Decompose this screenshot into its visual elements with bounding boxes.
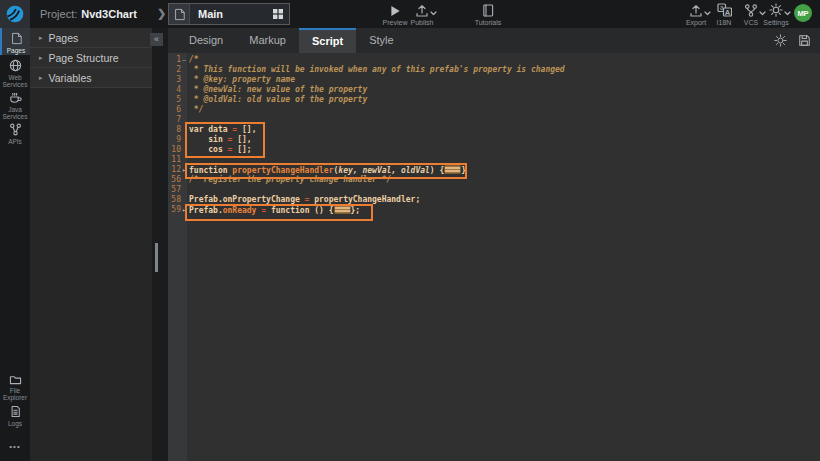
sidebar-item-logs[interactable]: Logs <box>0 403 30 425</box>
panel-scrollbar-thumb[interactable] <box>155 243 158 272</box>
pages-doc-icon <box>11 32 22 45</box>
code-line[interactable]: * @newVal: new value of the property <box>187 85 820 95</box>
panel-section-page-structure[interactable]: ▸ Page Structure <box>30 48 152 68</box>
gutter-line[interactable]: 56 <box>168 175 187 185</box>
code-line[interactable]: /* <box>187 55 820 65</box>
panel-section-variables[interactable]: ▸ Variables <box>30 68 152 88</box>
code-token-plain: []; <box>232 145 251 154</box>
gutter-line[interactable]: 11 <box>168 155 187 165</box>
code-lines[interactable]: /* * This function will be invoked when … <box>187 53 820 461</box>
code-token-plain: [], <box>237 125 256 134</box>
top-bar: Project:Nvd3Chart ❯ Main Preview <box>0 0 820 28</box>
gutter-line[interactable]: 3 <box>168 75 187 85</box>
script-editor[interactable]: 1–23456789101112▸56575859▸ /* * This fun… <box>168 53 820 461</box>
user-avatar[interactable]: MP <box>794 4 812 22</box>
code-line[interactable]: Prefab.onPropertyChange = propertyChange… <box>187 195 820 205</box>
sidebar-item-pages[interactable]: Pages <box>0 28 30 55</box>
gutter-line[interactable]: 6 <box>168 105 187 115</box>
line-number: 5 <box>168 95 181 105</box>
gutter-line[interactable]: 2 <box>168 65 187 75</box>
code-line[interactable]: Prefab.onReady = function () {}; <box>187 205 820 215</box>
code-line[interactable]: * @key: property name <box>187 75 820 85</box>
gutter-line[interactable]: 12▸ <box>168 165 187 175</box>
publish-button[interactable]: Publish <box>404 4 440 26</box>
save-icon[interactable] <box>798 34 811 47</box>
code-line[interactable] <box>187 155 820 165</box>
gutter: 1–23456789101112▸56575859▸ <box>168 53 187 461</box>
tutorials-label: Tutorials <box>475 19 502 26</box>
folded-code-widget[interactable] <box>444 165 461 174</box>
code-line[interactable]: sin = [], <box>187 135 820 145</box>
gutter-line[interactable]: 4 <box>168 85 187 95</box>
settings-button[interactable]: Settings <box>759 4 793 26</box>
gutter-line[interactable]: 9 <box>168 135 187 145</box>
code-token-plain: function () { <box>266 206 333 215</box>
tab-script[interactable]: Script <box>299 28 356 53</box>
script-settings-gear-icon[interactable] <box>774 34 787 47</box>
vcs-label: VCS <box>744 19 758 26</box>
tab-style[interactable]: Style <box>356 28 406 53</box>
code-line[interactable]: * This function will be invoked when any… <box>187 65 820 75</box>
sidebar-item-file-explorer[interactable]: File Explorer <box>0 371 30 399</box>
gutter-line[interactable]: 8 <box>168 125 187 135</box>
project-label: Project: <box>40 8 77 20</box>
panel-section-pages[interactable]: ▸ Pages <box>30 28 152 48</box>
wavemaker-logo-icon <box>5 4 25 24</box>
sidebar-item-web-services[interactable]: Web Services <box>0 56 30 86</box>
code-token-comment: */ <box>189 105 203 114</box>
sidebar-item-label: Web Services <box>0 74 30 88</box>
book-icon <box>482 4 494 17</box>
code-line[interactable]: cos = []; <box>187 145 820 155</box>
code-line[interactable]: */ <box>187 105 820 115</box>
code-line[interactable] <box>187 115 820 125</box>
folded-code-widget[interactable] <box>334 205 351 214</box>
code-line[interactable]: var data = [], <box>187 125 820 135</box>
gutter-line[interactable]: 5 <box>168 95 187 105</box>
gutter-line[interactable]: 58 <box>168 195 187 205</box>
code-token-comment: * This function will be invoked when any… <box>189 65 565 74</box>
sidebar-item-label: File Explorer <box>0 387 30 401</box>
code-line[interactable] <box>187 185 820 195</box>
tab-design[interactable]: Design <box>176 28 236 53</box>
code-token-comment: * @key: property name <box>189 75 295 84</box>
code-token-plain: propertyChangeHandler; <box>309 195 420 204</box>
i18n-button[interactable]: a A I18N <box>710 4 738 26</box>
page-selector-value: Main <box>190 8 272 20</box>
panel-collapse-button[interactable]: « <box>150 33 163 46</box>
export-button[interactable]: Export <box>679 4 713 26</box>
export-upload-icon <box>689 4 703 17</box>
code-token-param: key, newVal, oldVal <box>338 166 430 175</box>
code-token-plain: sin <box>189 135 228 144</box>
line-number: 7 <box>168 115 181 125</box>
line-number: 12 <box>168 165 181 175</box>
gutter-line[interactable]: 7 <box>168 115 187 125</box>
i18n-translate-icon: a A <box>717 4 732 17</box>
sidebar-item-label: Logs <box>8 420 22 427</box>
code-line[interactable]: function propertyChangeHandler(key, newV… <box>187 165 820 175</box>
line-number: 8 <box>168 125 181 135</box>
gutter-line[interactable]: 57 <box>168 185 187 195</box>
line-number: 9 <box>168 135 181 145</box>
code-token-plain: [], <box>232 135 251 144</box>
gutter-line[interactable]: 59▸ <box>168 205 187 215</box>
line-number: 3 <box>168 75 181 85</box>
sidebar-item-java-services[interactable]: Java Services <box>0 88 30 118</box>
page-selector-dropdown[interactable]: Main <box>168 3 290 25</box>
pages-panel: ▸ Pages ▸ Page Structure ▸ Variables <box>30 28 152 461</box>
gutter-line[interactable]: 10 <box>168 145 187 155</box>
sidebar-item-apis[interactable]: APIs <box>0 120 30 146</box>
gutter-line[interactable]: 1– <box>168 55 187 65</box>
settings-label: Settings <box>763 19 788 26</box>
sidebar-item-label: Java Services <box>0 106 30 120</box>
expand-arrow-icon: ▸ <box>39 54 43 62</box>
code-line[interactable]: /* register the property change handler … <box>187 175 820 185</box>
more-options-button[interactable]: ••• <box>0 442 30 451</box>
code-token-comment: * @oldVal: old value of the property <box>189 95 367 104</box>
tab-markup[interactable]: Markup <box>236 28 299 53</box>
tutorials-button[interactable]: Tutorials <box>470 4 506 26</box>
wavemaker-logo[interactable] <box>0 0 30 28</box>
line-number: 11 <box>168 155 181 165</box>
panel-section-label: Variables <box>49 72 92 84</box>
line-number: 58 <box>168 195 181 205</box>
code-line[interactable]: * @oldVal: old value of the property <box>187 95 820 105</box>
